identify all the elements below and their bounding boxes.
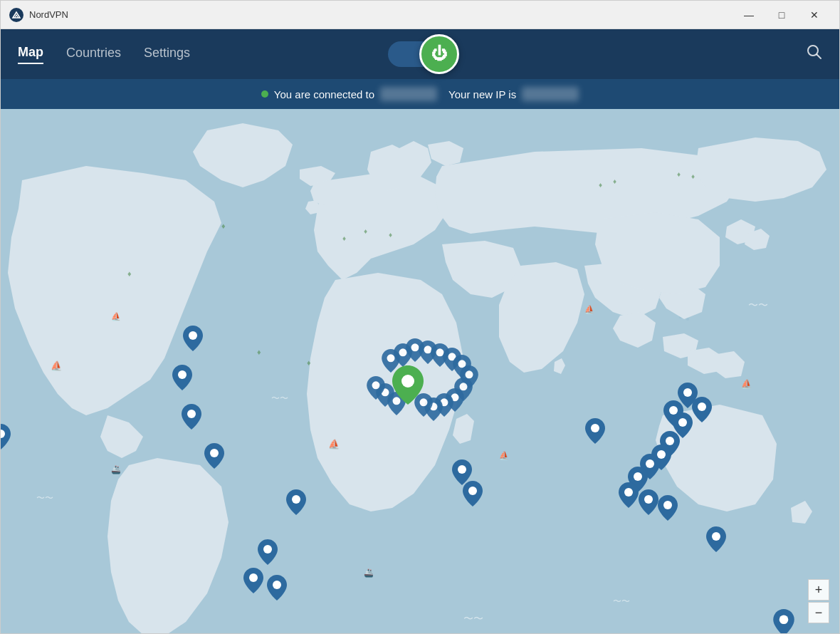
svg-point-44 — [178, 370, 187, 379]
search-button[interactable] — [807, 44, 822, 64]
svg-point-51 — [401, 375, 414, 388]
svg-text:⛵: ⛵ — [328, 438, 340, 450]
tab-map[interactable]: Map — [18, 45, 43, 64]
svg-point-43 — [189, 331, 197, 340]
pin-as6[interactable] — [1, 424, 11, 449]
svg-text:♦: ♦ — [389, 231, 392, 239]
title-bar-left: NordVPN — [9, 8, 68, 22]
window-controls: — □ ✕ — [733, 1, 831, 29]
svg-text:♦: ♦ — [257, 348, 261, 356]
nordvpn-logo-icon — [9, 8, 23, 22]
svg-text:♦: ♦ — [127, 269, 132, 278]
svg-text:⛵: ⛵ — [111, 311, 121, 321]
svg-text:⛵: ⛵ — [584, 304, 594, 314]
svg-point-69 — [468, 487, 477, 495]
svg-point-68 — [458, 465, 466, 474]
zoom-out-button[interactable]: − — [808, 602, 829, 623]
map-container[interactable]: 〜〜 〜〜 〜〜 〜〜 〜〜 〜〜 〜〜 〜〜 〜〜 — [1, 109, 840, 634]
svg-text:♦: ♦ — [599, 181, 602, 189]
pin-sa2[interactable] — [258, 539, 278, 565]
pin-na4[interactable] — [204, 443, 224, 469]
zoom-controls: + − — [808, 579, 829, 623]
pin-na2[interactable] — [172, 365, 192, 390]
svg-text:♦: ♦ — [307, 358, 311, 367]
svg-text:〜〜: 〜〜 — [36, 493, 53, 503]
app-title: NordVPN — [29, 9, 68, 20]
svg-point-54 — [411, 343, 419, 351]
power-area: ⏻ — [388, 41, 452, 67]
svg-text:♦: ♦ — [613, 177, 616, 185]
pin-na1[interactable] — [183, 326, 203, 351]
svg-point-49 — [249, 573, 258, 582]
svg-text:♦: ♦ — [677, 170, 681, 178]
svg-point-79 — [634, 472, 642, 481]
pin-as3[interactable] — [692, 397, 712, 422]
svg-point-72 — [698, 402, 706, 411]
ip-address-blurred: ip — [522, 87, 579, 101]
svg-point-80 — [624, 488, 633, 497]
pin-fe1[interactable] — [773, 609, 794, 634]
svg-text:〜〜: 〜〜 — [613, 596, 630, 606]
zoom-in-button[interactable]: + — [808, 579, 829, 601]
svg-point-81 — [644, 495, 653, 504]
svg-text:🚢: 🚢 — [364, 568, 374, 578]
svg-line-2 — [817, 55, 821, 59]
svg-point-67 — [372, 381, 380, 389]
svg-point-83 — [712, 532, 720, 541]
title-bar: NordVPN — □ ✕ — [1, 1, 839, 29]
svg-text:⛵: ⛵ — [51, 360, 63, 372]
svg-text:〜〜: 〜〜 — [463, 613, 483, 624]
svg-point-84 — [779, 615, 789, 624]
pin-as13[interactable] — [658, 495, 678, 521]
pin-as11[interactable] — [619, 482, 639, 508]
pin-sa1[interactable] — [286, 489, 306, 515]
pin-sa4[interactable] — [267, 575, 287, 601]
pin-as12[interactable] — [639, 489, 658, 515]
svg-text:⛵: ⛵ — [741, 378, 752, 389]
pin-af2[interactable] — [463, 481, 483, 506]
pin-as1[interactable] — [585, 418, 605, 444]
svg-text:♦: ♦ — [221, 222, 226, 230]
ip-text: Your new IP is — [448, 88, 516, 100]
tab-settings[interactable]: Settings — [144, 46, 190, 63]
svg-point-50 — [273, 581, 281, 589]
svg-point-17 — [686, 318, 689, 321]
svg-text:♦: ♦ — [342, 234, 346, 242]
svg-point-71 — [683, 388, 692, 397]
minimize-button[interactable]: — — [733, 1, 765, 29]
power-button[interactable]: ⏻ — [419, 34, 459, 74]
connection-status-dot — [261, 90, 268, 98]
svg-point-82 — [663, 501, 672, 509]
tab-countries[interactable]: Countries — [66, 46, 121, 63]
svg-text:〜〜: 〜〜 — [748, 299, 768, 311]
close-button[interactable]: ✕ — [798, 1, 831, 29]
svg-text:⛵: ⛵ — [499, 450, 509, 460]
pin-au1[interactable] — [706, 526, 726, 552]
svg-text:🚢: 🚢 — [111, 464, 121, 474]
svg-text:♦: ♦ — [691, 172, 695, 180]
maximize-button[interactable]: □ — [765, 1, 798, 29]
pin-na3[interactable] — [182, 404, 201, 430]
power-toggle[interactable]: ⏻ — [388, 41, 452, 67]
pin-eu-green[interactable] — [392, 365, 424, 405]
svg-point-47 — [292, 495, 300, 504]
svg-point-46 — [210, 449, 219, 457]
svg-point-74 — [678, 418, 687, 427]
power-icon: ⏻ — [431, 45, 447, 63]
connected-text: You are connected to — [274, 88, 374, 100]
svg-text:〜〜: 〜〜 — [271, 393, 288, 403]
pin-eu16[interactable] — [367, 376, 385, 400]
nav-bar: Map Countries Settings ⏻ — [1, 29, 839, 79]
status-bar: You are connected to server Your new IP … — [1, 79, 839, 109]
pin-sa3[interactable] — [243, 568, 263, 593]
svg-point-70 — [591, 424, 599, 432]
search-icon — [807, 44, 822, 60]
svg-point-45 — [187, 410, 196, 418]
svg-text:♦: ♦ — [364, 227, 367, 235]
server-name-blurred: server — [380, 87, 437, 101]
svg-point-48 — [263, 545, 272, 554]
